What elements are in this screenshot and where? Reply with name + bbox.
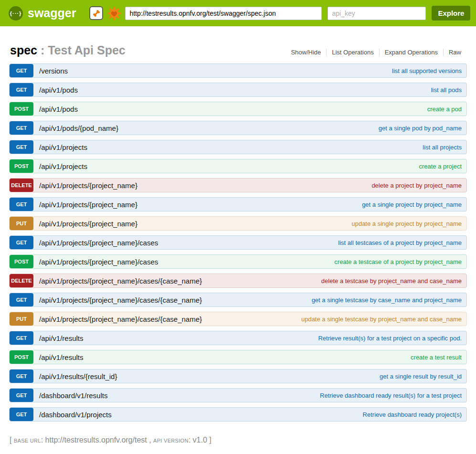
http-method-badge: PUT (10, 217, 33, 230)
endpoint-path[interactable]: /api/v1/results (39, 353, 84, 361)
resource-name[interactable]: spec (10, 43, 37, 57)
endpoint-row[interactable]: GET /api/v1/projects/{project_name}/case… (9, 293, 467, 307)
endpoint-summary[interactable]: list all projects (87, 144, 466, 151)
endpoint-summary[interactable]: delete a testcase by project_name and ca… (202, 277, 466, 285)
endpoint-row[interactable]: POST /api/v1/pods create a pod (9, 102, 467, 116)
endpoint-summary[interactable]: list all pods (78, 86, 466, 94)
http-method-badge: GET (10, 408, 33, 421)
endpoint-row[interactable]: GET /api/v1/projects list all projects (9, 140, 467, 154)
swagger-braces-icon: {···} (9, 6, 23, 21)
endpoint-path[interactable]: /versions (39, 67, 68, 75)
endpoint-summary[interactable]: get a single result by result_id (117, 373, 466, 380)
http-method-badge: GET (10, 370, 33, 383)
endpoint-path[interactable]: /api/v1/projects/{project_name}/cases (39, 239, 158, 247)
header-tools: Explore (89, 6, 470, 21)
endpoint-row[interactable]: GET /api/v1/pods list all pods (9, 83, 467, 97)
endpoint-path[interactable]: /api/v1/projects/{project_name}/cases/{c… (39, 296, 202, 304)
endpoint-row[interactable]: POST /api/v1/projects create a project (9, 159, 467, 173)
endpoint-summary[interactable]: update a single testcase by project_name… (202, 316, 466, 323)
endpoint-summary[interactable]: get a single project by project_name (138, 201, 466, 208)
resource-heading: spec : Test Api Spec Show/HideList Opera… (9, 43, 467, 57)
endpoint-path[interactable]: /api/v1/pods (39, 105, 78, 113)
api-resource-section: spec : Test Api Spec Show/HideList Opera… (9, 43, 467, 422)
endpoint-row[interactable]: GET /api/v1/pods/{pod_name} get a single… (9, 121, 467, 135)
api-key-input[interactable] (328, 7, 426, 20)
bone-link-button[interactable] (89, 6, 103, 20)
endpoint-row[interactable]: GET /api/v1/projects/{project_name} get … (9, 197, 467, 211)
http-method-badge: DELETE (10, 179, 33, 192)
api-version-colon: : (189, 436, 193, 444)
endpoint-summary[interactable]: list all supported versions (68, 67, 466, 74)
endpoint-path[interactable]: /api/v1/projects/{project_name}/cases/{c… (39, 315, 202, 323)
http-method-badge: PUT (10, 312, 33, 326)
endpoint-path[interactable]: /api/v1/projects/{project_name} (39, 181, 138, 190)
endpoint-row[interactable]: GET /api/v1/results Retrieve result(s) f… (9, 331, 467, 345)
footer-separator: , (147, 436, 153, 444)
toolbar-link[interactable]: List Operations (326, 49, 373, 56)
endpoint-row[interactable]: GET /api/v1/projects/{project_name}/case… (9, 235, 467, 250)
toolbar-link[interactable]: Show/Hide (291, 49, 321, 56)
endpoint-path[interactable]: /api/v1/projects/{project_name} (39, 220, 138, 228)
bone-icon (92, 9, 101, 18)
http-method-badge: POST (10, 350, 33, 364)
endpoint-summary[interactable]: Retrieve result(s) for a test project on… (84, 335, 466, 342)
http-method-badge: POST (10, 255, 33, 268)
endpoint-row[interactable]: GET /dashboard/v1/results Retrieve dashb… (9, 388, 467, 402)
endpoint-path[interactable]: /api/v1/results (39, 334, 84, 342)
http-method-badge: POST (10, 102, 33, 116)
endpoint-path[interactable]: /api/v1/pods (39, 86, 78, 94)
endpoint-list: GET /versions list all supported version… (9, 63, 467, 422)
http-method-badge: GET (10, 293, 33, 306)
base-url-value: http://testresults.opnfv.org/test (45, 436, 147, 444)
gear-heart-icon (107, 6, 121, 21)
toolbar-link[interactable]: Expand Operations (379, 49, 438, 56)
title-separator: : (37, 43, 48, 57)
endpoint-path[interactable]: /api/v1/projects (39, 143, 87, 151)
endpoint-row[interactable]: DELETE /api/v1/projects/{project_name}/c… (9, 274, 467, 288)
spec-url-input[interactable] (125, 7, 322, 20)
endpoint-summary[interactable]: Retrieve dashboard ready project(s) (112, 411, 466, 418)
http-method-badge: GET (10, 198, 33, 211)
endpoint-row[interactable]: PUT /api/v1/projects/{project_name}/case… (9, 312, 467, 326)
endpoint-summary[interactable]: create a test result (84, 354, 466, 361)
endpoint-path[interactable]: /api/v1/pods/{pod_name} (39, 124, 118, 132)
endpoint-summary[interactable]: Retrieve dashboard ready result(s) for a… (107, 392, 466, 399)
endpoint-path[interactable]: /api/v1/projects/{project_name}/cases/{c… (39, 277, 202, 285)
http-method-badge: GET (10, 64, 33, 77)
endpoint-row[interactable]: POST /api/v1/results create a test resul… (9, 350, 467, 364)
endpoint-path[interactable]: /dashboard/v1/results (39, 391, 107, 400)
endpoint-summary[interactable]: create a pod (78, 106, 466, 113)
endpoint-row[interactable]: GET /versions list all supported version… (9, 63, 467, 78)
footer-prefix: [ (10, 436, 14, 444)
http-method-badge: GET (10, 389, 33, 402)
resource-description: Test Api Spec (48, 43, 126, 57)
base-url-colon: : (41, 436, 45, 444)
endpoint-summary[interactable]: get a single testcase by case_name and p… (202, 296, 466, 304)
gear-settings-button[interactable] (107, 6, 121, 21)
endpoint-row[interactable]: DELETE /api/v1/projects/{project_name} d… (9, 178, 467, 192)
toolbar-link[interactable]: Raw (443, 49, 461, 56)
endpoint-row[interactable]: PUT /api/v1/projects/{project_name} upda… (9, 216, 467, 231)
http-method-badge: GET (10, 83, 33, 96)
endpoint-summary[interactable]: list all testcases of a project by proje… (158, 239, 466, 246)
endpoint-row[interactable]: GET /dashboard/v1/projects Retrieve dash… (9, 407, 467, 422)
explore-button[interactable]: Explore (432, 6, 470, 21)
endpoint-summary[interactable]: update a single project by project_name (138, 220, 466, 227)
endpoint-path[interactable]: /api/v1/projects (39, 162, 87, 170)
endpoint-path[interactable]: /api/v1/results/{result_id} (39, 372, 117, 380)
endpoint-path[interactable]: /dashboard/v1/projects (39, 411, 112, 419)
swagger-logo[interactable]: {···} swagger (9, 6, 76, 21)
operations-toolbar: Show/HideList OperationsExpand Operation… (291, 49, 466, 56)
swagger-logo-text: swagger (28, 6, 76, 20)
http-method-badge: GET (10, 140, 33, 154)
endpoint-row[interactable]: GET /api/v1/results/{result_id} get a si… (9, 369, 467, 383)
endpoint-path[interactable]: /api/v1/projects/{project_name} (39, 201, 138, 209)
endpoint-summary[interactable]: delete a project by project_name (138, 182, 466, 189)
base-url-footer: [ base url: http://testresults.opnfv.org… (0, 436, 476, 444)
endpoint-summary[interactable]: get a single pod by pod_name (118, 125, 466, 132)
endpoint-summary[interactable]: create a project (87, 163, 466, 170)
http-method-badge: GET (10, 121, 33, 135)
endpoint-summary[interactable]: create a testcase of a project by projec… (158, 258, 466, 265)
endpoint-row[interactable]: POST /api/v1/projects/{project_name}/cas… (9, 254, 467, 269)
endpoint-path[interactable]: /api/v1/projects/{project_name}/cases (39, 258, 158, 266)
